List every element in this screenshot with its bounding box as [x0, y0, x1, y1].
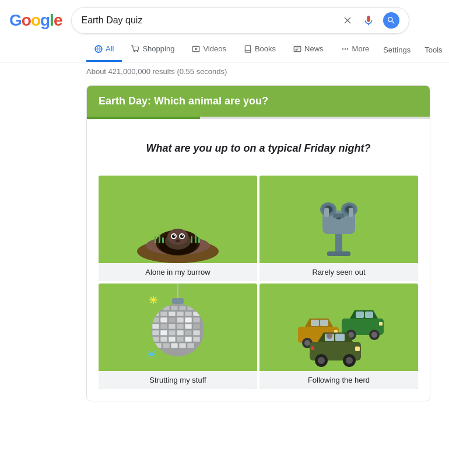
results-info: About 421,000,000 results (0.55 seconds) — [0, 62, 449, 80]
svg-rect-80 — [160, 337, 167, 342]
svg-rect-98 — [172, 298, 184, 304]
all-tab-icon — [94, 45, 103, 53]
svg-rect-116 — [379, 322, 383, 326]
videos-tab-icon — [192, 45, 200, 53]
tab-videos-label: Videos — [203, 44, 226, 53]
svg-rect-72 — [193, 324, 200, 329]
svg-point-30 — [182, 235, 183, 236]
svg-rect-67 — [152, 324, 159, 329]
svg-point-31 — [176, 240, 180, 243]
nav-bar: All Shopping Videos Books — [0, 37, 449, 62]
svg-marker-4 — [195, 47, 198, 50]
svg-point-105 — [304, 340, 310, 346]
svg-rect-62 — [160, 317, 167, 323]
svg-rect-74 — [160, 330, 167, 335]
svg-rect-89 — [187, 343, 194, 348]
quiz-body: What are you up to on a typical Friday n… — [87, 119, 430, 401]
svg-rect-110 — [356, 312, 364, 318]
svg-rect-78 — [193, 330, 200, 335]
quiz-progress-bar — [87, 117, 430, 119]
quiz-container: Earth Day: Which animal are you? What ar… — [86, 85, 430, 401]
quiz-title: Earth Day: Which animal are you? — [99, 95, 418, 107]
quiz-option-strutting-img — [99, 284, 257, 371]
svg-rect-70 — [177, 324, 184, 329]
svg-rect-45 — [336, 218, 341, 219]
svg-rect-111 — [365, 312, 373, 318]
tab-books[interactable]: Books — [236, 37, 284, 62]
search-input[interactable] — [81, 15, 341, 26]
more-tab-icon — [341, 45, 349, 53]
svg-rect-103 — [320, 320, 328, 326]
quiz-header: Earth Day: Which animal are you? — [87, 86, 430, 117]
svg-rect-53 — [179, 306, 186, 310]
quiz-option-herd[interactable]: Following the herd — [259, 284, 418, 389]
svg-point-29 — [174, 235, 175, 236]
tab-all[interactable]: All — [86, 37, 122, 62]
svg-rect-86 — [163, 343, 170, 348]
search-button[interactable] — [383, 12, 399, 29]
google-logo: Google — [9, 11, 62, 30]
results-summary: About 421,000,000 results (0.55 seconds) — [86, 67, 227, 76]
svg-rect-81 — [169, 337, 176, 342]
seen-illustration — [280, 176, 397, 263]
svg-rect-102 — [311, 320, 319, 326]
tab-news[interactable]: News — [285, 37, 332, 62]
svg-rect-87 — [171, 343, 178, 348]
svg-rect-59 — [185, 312, 192, 316]
mic-icon — [362, 14, 375, 27]
strutting-illustration — [120, 284, 236, 371]
quiz-option-strutting[interactable]: Strutting my stuff — [99, 284, 257, 389]
quiz-option-strutting-label: Strutting my stuff — [99, 371, 257, 389]
svg-point-122 — [318, 357, 325, 364]
svg-rect-52 — [171, 306, 178, 310]
quiz-option-burrow[interactable]: Alone in my burrow — [99, 176, 257, 281]
svg-rect-119 — [335, 334, 345, 341]
svg-rect-126 — [311, 346, 314, 350]
mic-button[interactable] — [361, 13, 376, 28]
svg-rect-71 — [185, 324, 192, 329]
svg-rect-83 — [185, 337, 192, 342]
tab-videos[interactable]: Videos — [184, 37, 234, 62]
clear-button[interactable] — [341, 14, 354, 27]
quiz-option-herd-img — [259, 284, 418, 371]
svg-rect-34 — [327, 251, 350, 256]
quiz-option-seen[interactable]: Rarely seen out — [259, 176, 418, 281]
svg-rect-21 — [195, 235, 197, 243]
tab-more-label: More — [352, 44, 370, 53]
nav-right: Settings Tools — [377, 38, 448, 61]
herd-illustration — [280, 284, 397, 371]
tab-books-label: Books — [255, 44, 276, 53]
svg-rect-57 — [169, 312, 176, 316]
quiz-progress-fill — [87, 117, 200, 119]
quiz-question: What are you up to on a typical Friday n… — [99, 142, 418, 155]
svg-rect-65 — [185, 317, 192, 323]
svg-rect-19 — [162, 237, 164, 243]
tab-shopping-label: Shopping — [142, 44, 174, 53]
svg-rect-88 — [179, 343, 186, 348]
svg-rect-73 — [152, 330, 159, 335]
tab-shopping[interactable]: Shopping — [123, 37, 183, 62]
svg-point-9 — [342, 48, 343, 49]
svg-point-27 — [172, 235, 176, 238]
svg-rect-66 — [193, 317, 200, 323]
svg-rect-63 — [169, 317, 176, 323]
quiz-option-seen-label: Rarely seen out — [259, 263, 418, 281]
svg-rect-125 — [355, 346, 360, 351]
svg-point-10 — [344, 48, 345, 49]
quiz-options: Alone in my burrow — [99, 176, 418, 389]
svg-rect-58 — [177, 312, 184, 316]
svg-rect-44 — [349, 208, 353, 217]
svg-rect-17 — [155, 236, 156, 243]
tools-button[interactable]: Tools — [419, 38, 448, 61]
tab-more[interactable]: More — [333, 37, 378, 62]
books-tab-icon — [244, 45, 252, 53]
svg-point-11 — [346, 48, 348, 49]
svg-rect-84 — [193, 337, 200, 342]
settings-button[interactable]: Settings — [377, 38, 416, 61]
svg-rect-82 — [177, 337, 184, 342]
svg-rect-76 — [177, 330, 184, 335]
quiz-option-herd-label: Following the herd — [259, 371, 418, 389]
svg-rect-43 — [324, 208, 329, 217]
quiz-option-burrow-label: Alone in my burrow — [99, 263, 257, 281]
svg-rect-56 — [160, 312, 167, 316]
